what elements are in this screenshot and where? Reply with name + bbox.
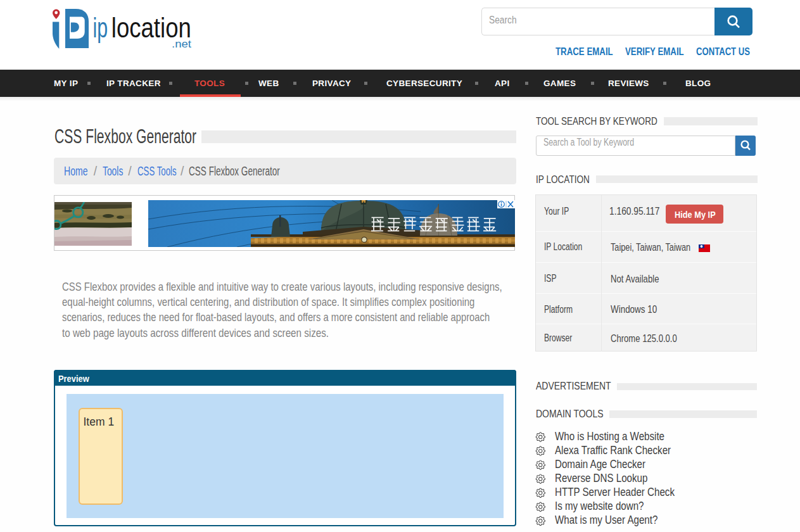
svg-text:.net: .net <box>172 39 192 49</box>
svg-text:ip: ip <box>92 12 108 43</box>
